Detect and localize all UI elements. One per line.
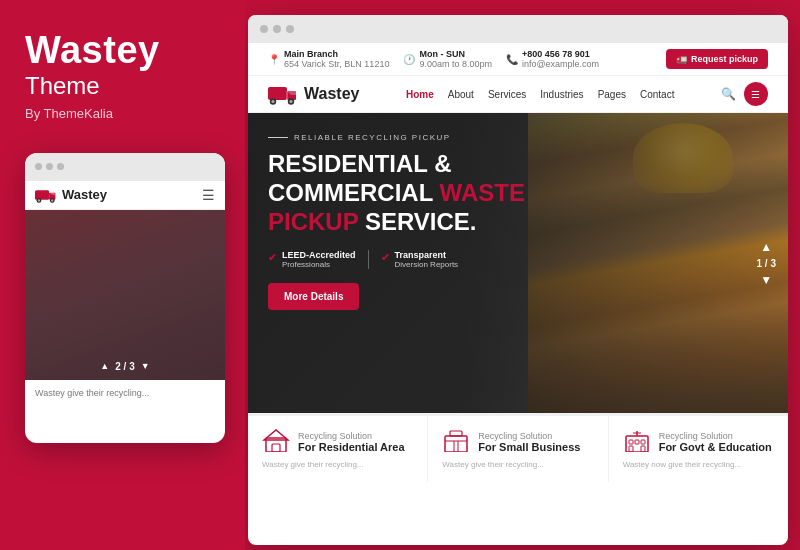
brand-title: Wastey [25, 30, 220, 72]
svg-point-6 [51, 199, 53, 201]
card-residential: Recycling Solution For Residential Area … [248, 416, 428, 482]
nav-icons: 🔍 ☰ [721, 82, 768, 106]
phone-icon: 📞 [506, 54, 518, 65]
feature-divider [368, 250, 369, 269]
site-logo: Wastey [268, 83, 359, 105]
mobile-page-num: 2 / 3 [115, 361, 134, 372]
svg-rect-27 [629, 446, 633, 452]
hero-line1: RESIDENTIAL & [268, 150, 452, 177]
mobile-dot-1 [35, 163, 42, 170]
svg-rect-17 [272, 444, 280, 452]
left-panel: Wastey Theme By ThemeKalia Wastey [0, 0, 245, 550]
card-2-top: Recycling Solution For Small Business [442, 428, 593, 455]
nav-home[interactable]: Home [406, 89, 434, 100]
bottom-cards: Recycling Solution For Residential Area … [248, 413, 788, 482]
slide-next-arrow[interactable]: ▼ [760, 273, 772, 287]
card-2-label: Recycling Solution [478, 431, 580, 441]
mobile-truck-icon [35, 187, 57, 203]
check-icon-2: ✔ [381, 251, 390, 264]
request-btn-label: Request pickup [691, 54, 758, 64]
card-1-icon [262, 428, 290, 455]
mobile-desc: Wastey give their recycling... [35, 388, 149, 398]
phone-email: info@example.com [522, 59, 599, 69]
mobile-bottom-strip: Wastey give their recycling... [25, 380, 225, 408]
card-3-title: For Govt & Education [659, 441, 772, 453]
search-icon[interactable]: 🔍 [721, 87, 736, 101]
header-phone: 📞 +800 456 78 901 info@example.com [506, 49, 599, 69]
mobile-pagination: ▲ 2 / 3 ▼ [25, 361, 225, 372]
clock-icon: 🕐 [403, 54, 415, 65]
branch-label: Main Branch [284, 49, 389, 59]
svg-rect-25 [635, 440, 639, 444]
hero-feature-2: ✔ Transparent Diversion Reports [381, 250, 459, 269]
slide-prev-arrow[interactable]: ▲ [760, 240, 772, 254]
header-branch: 📍 Main Branch 654 Varick Str, BLN 11210 [268, 49, 389, 69]
hero-line2: COMMERCIAL [268, 179, 433, 206]
svg-rect-28 [641, 446, 645, 452]
card-1-label: Recycling Solution [298, 431, 405, 441]
site-truck-logo-icon [268, 83, 298, 105]
slide-num: 1 / 3 [757, 258, 776, 269]
mobile-hero-overlay [25, 210, 225, 380]
hero-content: RELIABLE RECYCLING PICKUP RESIDENTIAL & … [268, 133, 548, 310]
site-nav: Wastey Home About Services Industries Pa… [248, 76, 788, 113]
svg-rect-24 [629, 440, 633, 444]
residential-icon [262, 428, 290, 452]
hero-line3: PICKUP [268, 208, 358, 235]
site-logo-text: Wastey [304, 85, 359, 103]
browser-chrome [248, 15, 788, 43]
svg-point-4 [38, 199, 40, 201]
header-info: 📍 Main Branch 654 Varick Str, BLN 11210 … [268, 49, 599, 69]
nav-industries[interactable]: Industries [540, 89, 583, 100]
svg-rect-18 [445, 436, 467, 452]
card-1-top: Recycling Solution For Residential Area [262, 428, 413, 455]
brand-subtitle: Theme [25, 72, 220, 100]
location-icon: 📍 [268, 54, 280, 65]
hero-feature-1: ✔ LEED-Accredited Professionals [268, 250, 356, 269]
feature2-title: Transparent [395, 250, 459, 260]
hero-cta-button[interactable]: More Details [268, 283, 359, 310]
nav-links: Home About Services Industries Pages Con… [406, 89, 674, 100]
svg-point-14 [289, 100, 292, 103]
mobile-nav: Wastey ☰ [25, 181, 225, 210]
svg-rect-26 [641, 440, 645, 444]
browser-window: 📍 Main Branch 654 Varick Str, BLN 11210 … [248, 15, 788, 545]
feature2-sub: Diversion Reports [395, 260, 459, 269]
hours-val: 9.00am to 8.00pm [419, 59, 492, 69]
site-header-top: 📍 Main Branch 654 Varick Str, BLN 11210 … [248, 43, 788, 76]
menu-icon-button[interactable]: ☰ [744, 82, 768, 106]
chrome-dot-1 [260, 25, 268, 33]
mobile-hamburger-icon[interactable]: ☰ [202, 187, 215, 203]
card-1-title: For Residential Area [298, 441, 405, 453]
request-pickup-button[interactable]: 🚛 Request pickup [666, 49, 768, 69]
card-2-desc: Wastey give their recycling... [442, 459, 593, 470]
svg-rect-7 [268, 87, 287, 100]
card-3-desc: Wastey now give their recycling... [623, 459, 774, 470]
card-3-top: Recycling Solution For Govt & Education [623, 428, 774, 455]
govt-icon [623, 428, 651, 452]
hero-line3-rest: SERVICE. [365, 208, 477, 235]
mobile-top-bar [25, 153, 225, 181]
svg-rect-0 [35, 190, 49, 199]
card-govt: Recycling Solution For Govt & Education … [609, 416, 788, 482]
card-2-title: For Small Business [478, 441, 580, 453]
hero-features: ✔ LEED-Accredited Professionals ✔ Transp… [268, 250, 548, 269]
branch-addr: 654 Varick Str, BLN 11210 [284, 59, 389, 69]
hero-tagline: RELIABLE RECYCLING PICKUP [268, 133, 548, 142]
nav-about[interactable]: About [448, 89, 474, 100]
nav-services[interactable]: Services [488, 89, 526, 100]
mobile-logo-area: Wastey [35, 187, 107, 203]
card-3-icon [623, 428, 651, 455]
request-btn-icon: 🚛 [676, 54, 687, 64]
mobile-next-icon[interactable]: ▼ [141, 361, 150, 371]
mobile-prev-icon[interactable]: ▲ [100, 361, 109, 371]
nav-contact[interactable]: Contact [640, 89, 674, 100]
nav-pages[interactable]: Pages [598, 89, 626, 100]
svg-point-12 [271, 100, 274, 103]
hero-section: RELIABLE RECYCLING PICKUP RESIDENTIAL & … [248, 113, 788, 413]
brand-by: By ThemeKalia [25, 106, 220, 121]
hero-cta-label: More Details [284, 291, 343, 302]
feature1-title: LEED-Accredited [282, 250, 356, 260]
chrome-dot-3 [286, 25, 294, 33]
header-hours: 🕐 Mon - SUN 9.00am to 8.00pm [403, 49, 492, 69]
